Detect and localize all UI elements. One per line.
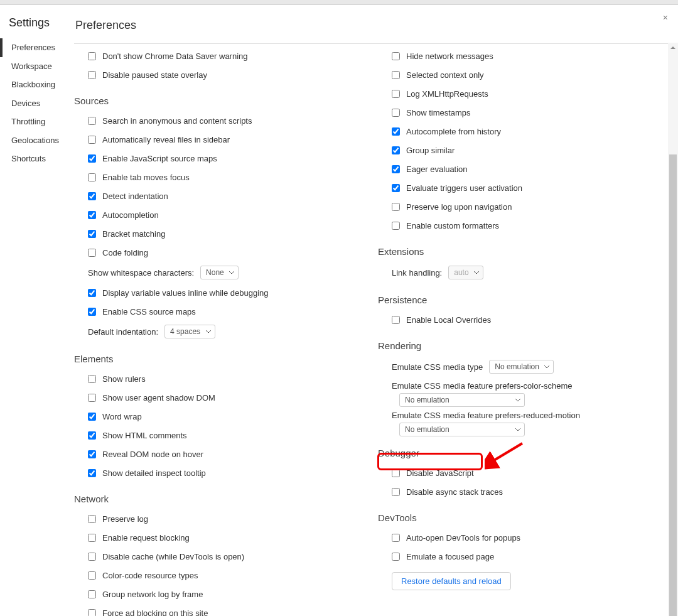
section-devtools: DevTools bbox=[378, 512, 663, 523]
checkbox-reveal-hover[interactable] bbox=[88, 450, 96, 458]
label: Show rulers bbox=[102, 374, 146, 384]
label: Group similar bbox=[406, 146, 455, 155]
section-elements: Elements bbox=[74, 354, 359, 364]
checkbox-hide-network-msg[interactable] bbox=[392, 52, 400, 60]
checkbox-chrome-data-saver[interactable] bbox=[88, 52, 96, 60]
checkbox-autocomplete[interactable] bbox=[88, 211, 96, 219]
checkbox-inline-values[interactable] bbox=[88, 289, 96, 297]
label: Disable cache (while DevTools is open) bbox=[102, 552, 244, 561]
checkbox-local-overrides[interactable] bbox=[392, 316, 400, 324]
checkbox-html-comments[interactable] bbox=[88, 431, 96, 440]
checkbox-group-frame[interactable] bbox=[88, 590, 96, 598]
scrollbar-track[interactable] bbox=[668, 43, 678, 616]
checkbox-force-adblock[interactable] bbox=[88, 609, 96, 617]
checkbox-color-code[interactable] bbox=[88, 571, 96, 580]
checkbox-autocomplete-history[interactable] bbox=[392, 127, 400, 136]
checkbox-ua-shadow-dom[interactable] bbox=[88, 394, 96, 402]
checkbox-word-wrap[interactable] bbox=[88, 413, 96, 421]
label: Group network log by frame bbox=[102, 590, 203, 599]
checkbox-autoopen-popups[interactable] bbox=[392, 534, 400, 542]
checkbox-request-blocking[interactable] bbox=[88, 534, 96, 542]
link-handling-select[interactable]: auto bbox=[448, 266, 483, 279]
close-button[interactable]: × bbox=[663, 13, 668, 23]
label: Show HTML comments bbox=[102, 431, 187, 440]
label: Show user agent shadow DOM bbox=[102, 393, 215, 403]
label: Enable Local Overrides bbox=[406, 315, 491, 325]
label: Enable request blocking bbox=[102, 533, 190, 543]
media-type-label: Emulate CSS media type bbox=[392, 362, 483, 372]
label: Disable paused state overlay bbox=[102, 70, 207, 80]
checkbox-row: Disable paused state overlay bbox=[74, 65, 359, 84]
label: Disable JavaScript bbox=[406, 468, 474, 478]
scrollbar-up-icon[interactable] bbox=[668, 43, 678, 53]
checkbox-selected-context[interactable] bbox=[392, 71, 400, 79]
sidebar-item-throttling[interactable]: Throttling bbox=[0, 112, 74, 131]
checkbox-disable-async-stack[interactable] bbox=[392, 488, 400, 496]
checkbox-tab-focus[interactable] bbox=[88, 173, 96, 181]
sidebar-item-blackboxing[interactable]: Blackboxing bbox=[0, 75, 74, 94]
section-network: Network bbox=[74, 494, 359, 504]
checkbox-disable-paused-overlay[interactable] bbox=[88, 71, 96, 79]
checkbox-css-source-maps[interactable] bbox=[88, 308, 96, 316]
sidebar-item-geolocations[interactable]: Geolocations bbox=[0, 131, 74, 150]
checkbox-auto-reveal[interactable] bbox=[88, 136, 96, 144]
label: Autocomplete from history bbox=[406, 127, 501, 136]
checkbox-log-xhr[interactable] bbox=[392, 90, 400, 98]
checkbox-group-similar[interactable] bbox=[392, 146, 400, 154]
restore-defaults-button[interactable]: Restore defaults and reload bbox=[392, 572, 511, 590]
checkbox-show-rulers[interactable] bbox=[88, 375, 96, 383]
checkbox-show-timestamps[interactable] bbox=[392, 109, 400, 117]
checkbox-emulate-focused[interactable] bbox=[392, 553, 400, 561]
checkbox-eval-user-activation[interactable] bbox=[392, 184, 400, 192]
checkbox-custom-formatters[interactable] bbox=[392, 222, 400, 230]
checkbox-detailed-tooltip[interactable] bbox=[88, 469, 96, 477]
label: Code folding bbox=[102, 248, 148, 257]
checkbox-bracket-match[interactable] bbox=[88, 230, 96, 238]
sidebar-item-devices[interactable]: Devices bbox=[0, 94, 74, 113]
reduced-motion-select[interactable]: No emulation bbox=[399, 423, 525, 436]
page-title: Preferences bbox=[74, 19, 678, 44]
label: Show timestamps bbox=[406, 108, 471, 117]
checkbox-disable-js[interactable] bbox=[392, 469, 400, 477]
label: Show detailed inspect tooltip bbox=[102, 468, 206, 478]
whitespace-label: Show whitespace characters: bbox=[88, 268, 194, 278]
label: Enable CSS source maps bbox=[102, 307, 196, 316]
label: Automatically reveal files in sidebar bbox=[102, 135, 230, 144]
label: Detect indentation bbox=[102, 192, 168, 201]
media-type-select[interactable]: No emulation bbox=[489, 360, 554, 374]
sidebar-item-shortcuts[interactable]: Shortcuts bbox=[0, 149, 74, 168]
link-handling-label: Link handling: bbox=[392, 268, 442, 278]
checkbox-eager-eval[interactable] bbox=[392, 165, 400, 173]
section-persistence: Persistence bbox=[378, 294, 663, 305]
label: Disable async stack traces bbox=[406, 487, 503, 497]
sidebar-title: Settings bbox=[0, 16, 74, 30]
checkbox-search-anon[interactable] bbox=[88, 117, 96, 125]
whitespace-select[interactable]: None bbox=[200, 266, 239, 279]
label: Enable tab moves focus bbox=[102, 173, 190, 182]
label: Auto-open DevTools for popups bbox=[406, 533, 520, 543]
checkbox-js-source-maps[interactable] bbox=[88, 154, 96, 163]
indent-select[interactable]: 4 spaces bbox=[164, 325, 215, 338]
label: Autocompletion bbox=[102, 210, 159, 220]
label: Color-code resource types bbox=[102, 571, 198, 580]
section-rendering: Rendering bbox=[378, 340, 663, 351]
reduced-motion-label: Emulate CSS media feature prefers-reduce… bbox=[392, 411, 663, 420]
sidebar-item-workspace[interactable]: Workspace bbox=[0, 57, 74, 76]
label: Enable JavaScript source maps bbox=[102, 154, 217, 163]
section-extensions: Extensions bbox=[378, 246, 663, 257]
color-scheme-select[interactable]: No emulation bbox=[399, 393, 525, 407]
scrollbar-thumb[interactable] bbox=[669, 154, 677, 616]
label: Log XMLHttpRequests bbox=[406, 89, 488, 99]
indent-label: Default indentation: bbox=[88, 327, 158, 337]
checkbox-disable-cache[interactable] bbox=[88, 553, 96, 561]
label: Force ad blocking on this site bbox=[102, 608, 208, 617]
checkbox-code-folding[interactable] bbox=[88, 249, 96, 257]
checkbox-row: Don't show Chrome Data Saver warning bbox=[74, 46, 359, 65]
label: Emulate a focused page bbox=[406, 552, 494, 561]
checkbox-detect-indent[interactable] bbox=[88, 192, 96, 200]
checkbox-preserve-log[interactable] bbox=[88, 515, 96, 523]
window-top-edge bbox=[0, 0, 678, 5]
label: Bracket matching bbox=[102, 229, 165, 239]
checkbox-preserve-log-nav[interactable] bbox=[392, 203, 400, 211]
sidebar-item-preferences[interactable]: Preferences bbox=[0, 38, 74, 57]
